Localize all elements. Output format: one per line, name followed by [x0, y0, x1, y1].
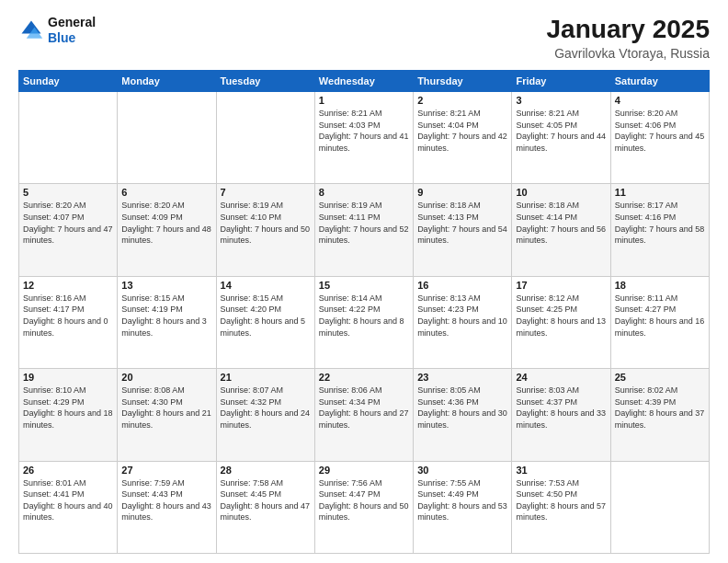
- day-info: Sunrise: 8:07 AMSunset: 4:32 PMDaylight:…: [221, 385, 311, 431]
- day-number: 21: [221, 372, 311, 383]
- day-number: 17: [516, 280, 606, 291]
- day-cell: 27 Sunrise: 7:59 AMSunset: 4:43 PMDaylig…: [118, 461, 216, 553]
- day-cell: 25 Sunrise: 8:02 AMSunset: 4:39 PMDaylig…: [610, 369, 709, 461]
- day-info: Sunrise: 8:21 AMSunset: 4:05 PMDaylight:…: [516, 108, 606, 154]
- main-title: January 2025: [547, 15, 710, 44]
- day-info: Sunrise: 8:21 AMSunset: 4:04 PMDaylight:…: [417, 108, 507, 154]
- day-info: Sunrise: 8:15 AMSunset: 4:20 PMDaylight:…: [221, 293, 311, 339]
- day-number: 2: [417, 95, 507, 106]
- day-number: 19: [23, 372, 113, 383]
- day-number: 25: [615, 372, 705, 383]
- day-cell: 13 Sunrise: 8:15 AMSunset: 4:19 PMDaylig…: [118, 276, 216, 368]
- logo-icon: [18, 17, 44, 43]
- day-info: Sunrise: 7:55 AMSunset: 4:49 PMDaylight:…: [417, 477, 507, 523]
- day-cell: [118, 92, 216, 184]
- weekday-header-tuesday: Tuesday: [216, 71, 314, 92]
- week-row-2: 5 Sunrise: 8:20 AMSunset: 4:07 PMDayligh…: [19, 184, 710, 276]
- day-info: Sunrise: 8:19 AMSunset: 4:10 PMDaylight:…: [221, 200, 311, 246]
- day-info: Sunrise: 7:53 AMSunset: 4:50 PMDaylight:…: [516, 477, 606, 523]
- day-number: 14: [221, 280, 311, 291]
- day-number: 22: [319, 372, 409, 383]
- calendar-header: SundayMondayTuesdayWednesdayThursdayFrid…: [19, 71, 710, 92]
- day-info: Sunrise: 8:20 AMSunset: 4:07 PMDaylight:…: [23, 200, 113, 246]
- day-cell: 14 Sunrise: 8:15 AMSunset: 4:20 PMDaylig…: [216, 276, 314, 368]
- week-row-5: 26 Sunrise: 8:01 AMSunset: 4:41 PMDaylig…: [19, 461, 710, 553]
- day-cell: [610, 461, 709, 553]
- day-number: 28: [221, 465, 311, 476]
- day-cell: 31 Sunrise: 7:53 AMSunset: 4:50 PMDaylig…: [512, 461, 610, 553]
- weekday-header-wednesday: Wednesday: [314, 71, 413, 92]
- week-row-1: 1 Sunrise: 8:21 AMSunset: 4:03 PMDayligh…: [19, 92, 710, 184]
- day-number: 8: [319, 187, 409, 198]
- day-cell: 19 Sunrise: 8:10 AMSunset: 4:29 PMDaylig…: [19, 369, 118, 461]
- day-number: 6: [121, 187, 211, 198]
- day-number: 5: [23, 187, 113, 198]
- day-info: Sunrise: 8:21 AMSunset: 4:03 PMDaylight:…: [319, 108, 409, 154]
- day-info: Sunrise: 7:58 AMSunset: 4:45 PMDaylight:…: [221, 477, 311, 523]
- day-cell: 11 Sunrise: 8:17 AMSunset: 4:16 PMDaylig…: [610, 184, 709, 276]
- day-cell: 26 Sunrise: 8:01 AMSunset: 4:41 PMDaylig…: [19, 461, 118, 553]
- day-number: 7: [221, 187, 311, 198]
- day-number: 4: [615, 95, 705, 106]
- day-number: 15: [319, 280, 409, 291]
- day-number: 27: [121, 465, 211, 476]
- day-cell: 20 Sunrise: 8:08 AMSunset: 4:30 PMDaylig…: [118, 369, 216, 461]
- day-number: 3: [516, 95, 606, 106]
- day-cell: 21 Sunrise: 8:07 AMSunset: 4:32 PMDaylig…: [216, 369, 314, 461]
- day-cell: 29 Sunrise: 7:56 AMSunset: 4:47 PMDaylig…: [314, 461, 413, 553]
- weekday-header-thursday: Thursday: [414, 71, 512, 92]
- logo: General Blue: [18, 15, 96, 46]
- day-info: Sunrise: 8:06 AMSunset: 4:34 PMDaylight:…: [319, 385, 409, 431]
- day-number: 18: [615, 280, 705, 291]
- day-cell: 5 Sunrise: 8:20 AMSunset: 4:07 PMDayligh…: [19, 184, 118, 276]
- day-cell: 8 Sunrise: 8:19 AMSunset: 4:11 PMDayligh…: [314, 184, 413, 276]
- day-cell: 17 Sunrise: 8:12 AMSunset: 4:25 PMDaylig…: [512, 276, 610, 368]
- day-cell: 28 Sunrise: 7:58 AMSunset: 4:45 PMDaylig…: [216, 461, 314, 553]
- day-cell: 10 Sunrise: 8:18 AMSunset: 4:14 PMDaylig…: [512, 184, 610, 276]
- title-block: January 2025 Gavrilovka Vtoraya, Russia: [547, 15, 710, 61]
- week-row-3: 12 Sunrise: 8:16 AMSunset: 4:17 PMDaylig…: [19, 276, 710, 368]
- day-number: 12: [23, 280, 113, 291]
- day-info: Sunrise: 8:15 AMSunset: 4:19 PMDaylight:…: [121, 293, 211, 339]
- day-cell: 7 Sunrise: 8:19 AMSunset: 4:10 PMDayligh…: [216, 184, 314, 276]
- day-info: Sunrise: 8:11 AMSunset: 4:27 PMDaylight:…: [615, 293, 705, 339]
- day-number: 30: [417, 465, 507, 476]
- day-info: Sunrise: 8:02 AMSunset: 4:39 PMDaylight:…: [615, 385, 705, 431]
- day-number: 31: [516, 465, 606, 476]
- day-number: 13: [121, 280, 211, 291]
- page: General Blue January 2025 Gavrilovka Vto…: [0, 0, 728, 563]
- day-number: 11: [615, 187, 705, 198]
- day-info: Sunrise: 8:20 AMSunset: 4:09 PMDaylight:…: [121, 200, 211, 246]
- day-number: 23: [417, 372, 507, 383]
- day-cell: 2 Sunrise: 8:21 AMSunset: 4:04 PMDayligh…: [414, 92, 512, 184]
- day-info: Sunrise: 8:20 AMSunset: 4:06 PMDaylight:…: [615, 108, 705, 154]
- day-cell: 23 Sunrise: 8:05 AMSunset: 4:36 PMDaylig…: [414, 369, 512, 461]
- weekday-header-row: SundayMondayTuesdayWednesdayThursdayFrid…: [19, 71, 710, 92]
- day-info: Sunrise: 7:56 AMSunset: 4:47 PMDaylight:…: [319, 477, 409, 523]
- day-info: Sunrise: 8:18 AMSunset: 4:13 PMDaylight:…: [417, 200, 507, 246]
- logo-line2: Blue: [48, 30, 96, 46]
- day-number: 1: [319, 95, 409, 106]
- day-cell: 6 Sunrise: 8:20 AMSunset: 4:09 PMDayligh…: [118, 184, 216, 276]
- day-cell: 22 Sunrise: 8:06 AMSunset: 4:34 PMDaylig…: [314, 369, 413, 461]
- day-info: Sunrise: 8:12 AMSunset: 4:25 PMDaylight:…: [516, 293, 606, 339]
- calendar-table: SundayMondayTuesdayWednesdayThursdayFrid…: [18, 70, 710, 554]
- day-cell: 15 Sunrise: 8:14 AMSunset: 4:22 PMDaylig…: [314, 276, 413, 368]
- weekday-header-saturday: Saturday: [610, 71, 709, 92]
- week-row-4: 19 Sunrise: 8:10 AMSunset: 4:29 PMDaylig…: [19, 369, 710, 461]
- day-number: 24: [516, 372, 606, 383]
- calendar-body: 1 Sunrise: 8:21 AMSunset: 4:03 PMDayligh…: [19, 92, 710, 554]
- day-info: Sunrise: 8:16 AMSunset: 4:17 PMDaylight:…: [23, 293, 113, 339]
- day-cell: 9 Sunrise: 8:18 AMSunset: 4:13 PMDayligh…: [414, 184, 512, 276]
- day-number: 20: [121, 372, 211, 383]
- weekday-header-sunday: Sunday: [19, 71, 118, 92]
- day-info: Sunrise: 8:10 AMSunset: 4:29 PMDaylight:…: [23, 385, 113, 431]
- day-cell: [216, 92, 314, 184]
- day-number: 26: [23, 465, 113, 476]
- day-cell: 1 Sunrise: 8:21 AMSunset: 4:03 PMDayligh…: [314, 92, 413, 184]
- day-info: Sunrise: 8:08 AMSunset: 4:30 PMDaylight:…: [121, 385, 211, 431]
- subtitle: Gavrilovka Vtoraya, Russia: [547, 46, 710, 61]
- day-cell: 4 Sunrise: 8:20 AMSunset: 4:06 PMDayligh…: [610, 92, 709, 184]
- day-cell: 12 Sunrise: 8:16 AMSunset: 4:17 PMDaylig…: [19, 276, 118, 368]
- day-number: 9: [417, 187, 507, 198]
